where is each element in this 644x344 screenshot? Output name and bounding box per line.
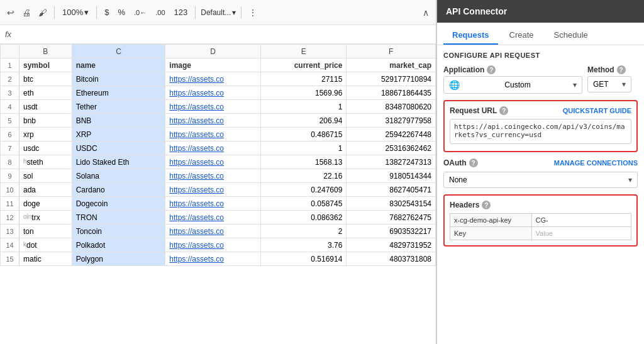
- zoom-selector[interactable]: 100% ▾: [60, 6, 91, 18]
- cell-b5[interactable]: bnb: [19, 114, 72, 128]
- request-url-help-icon[interactable]: ?: [499, 106, 508, 115]
- cell-b9[interactable]: sol: [19, 169, 72, 183]
- cell-f8[interactable]: 13827247313: [347, 155, 436, 169]
- format-currency-btn[interactable]: $: [102, 6, 111, 18]
- cell-d13[interactable]: https://assets.co: [165, 225, 261, 238]
- cell-c6[interactable]: XRP: [72, 128, 165, 141]
- method-select[interactable]: GET ▾: [587, 76, 631, 92]
- cell-e15[interactable]: 0.516914: [260, 252, 346, 266]
- cell-b1[interactable]: symbol: [19, 58, 72, 72]
- cell-c11[interactable]: Dogecoin: [72, 197, 165, 211]
- format-dec-left-btn[interactable]: .0←: [131, 8, 149, 18]
- cell-d5[interactable]: https://assets.co: [165, 114, 261, 128]
- cell-f14[interactable]: 4829731952: [347, 238, 436, 252]
- oauth-help-icon[interactable]: ?: [469, 158, 478, 167]
- cell-d11[interactable]: https://assets.co: [165, 197, 261, 211]
- col-c-header[interactable]: C: [72, 45, 165, 58]
- format-123-btn[interactable]: 123: [172, 6, 191, 18]
- cell-c13[interactable]: Toncoin: [72, 225, 165, 238]
- tab-create[interactable]: Create: [501, 26, 543, 45]
- undo-icon[interactable]: ↩: [5, 6, 16, 19]
- cell-b15[interactable]: matic: [19, 252, 72, 266]
- cell-d14[interactable]: https://assets.co: [165, 238, 261, 252]
- header-key-0[interactable]: x-cg-demo-api-key: [450, 214, 532, 227]
- col-e-header[interactable]: E: [260, 45, 346, 58]
- cell-b10[interactable]: ada: [19, 183, 72, 197]
- cell-d6[interactable]: https://assets.co: [165, 128, 261, 141]
- cell-e4[interactable]: 1: [260, 100, 346, 114]
- cell-b3[interactable]: eth: [19, 86, 72, 100]
- cell-e9[interactable]: 22.16: [260, 169, 346, 183]
- format-dec-right-btn[interactable]: .00: [153, 8, 167, 18]
- cell-d1[interactable]: image: [165, 58, 261, 72]
- cell-b8[interactable]: hsteth: [19, 155, 72, 169]
- manage-connections-link[interactable]: MANAGE CONNECTIONS: [554, 159, 638, 167]
- cell-d4[interactable]: https://assets.co: [165, 100, 261, 114]
- cell-f12[interactable]: 7682762475: [347, 211, 436, 225]
- oauth-select[interactable]: None ▾: [443, 172, 638, 188]
- header-key-1[interactable]: Key: [450, 227, 532, 240]
- font-selector[interactable]: Default... ▾: [201, 8, 236, 17]
- cell-e13[interactable]: 2: [260, 225, 346, 238]
- cell-b4[interactable]: usdt: [19, 100, 72, 114]
- cell-b13[interactable]: ton: [19, 225, 72, 238]
- header-value-1[interactable]: Value: [531, 227, 631, 240]
- col-d-header[interactable]: D: [165, 45, 261, 58]
- cell-c5[interactable]: BNB: [72, 114, 165, 128]
- tab-schedule[interactable]: Schedule: [545, 26, 597, 45]
- cell-b14[interactable]: kdot: [19, 238, 72, 252]
- cell-c10[interactable]: Cardano: [72, 183, 165, 197]
- header-value-0[interactable]: CG-: [531, 214, 631, 227]
- cell-d12[interactable]: https://assets.co: [165, 211, 261, 225]
- cell-f6[interactable]: 25942267448: [347, 128, 436, 141]
- cell-d2[interactable]: https://assets.co: [165, 72, 261, 86]
- cell-c12[interactable]: TRON: [72, 211, 165, 225]
- cell-e14[interactable]: 3.76: [260, 238, 346, 252]
- cell-c1[interactable]: name: [72, 58, 165, 72]
- format-percent-btn[interactable]: %: [115, 6, 128, 18]
- cell-b7[interactable]: usdc: [19, 141, 72, 155]
- cell-c15[interactable]: Polygon: [72, 252, 165, 266]
- cell-f7[interactable]: 25316362462: [347, 141, 436, 155]
- cell-f15[interactable]: 4803731808: [347, 252, 436, 266]
- cell-c3[interactable]: Ethereum: [72, 86, 165, 100]
- cell-f5[interactable]: 31827977958: [347, 114, 436, 128]
- cell-c4[interactable]: Tether: [72, 100, 165, 114]
- cell-d15[interactable]: https://assets.co: [165, 252, 261, 266]
- cell-c8[interactable]: Lido Staked Eth: [72, 155, 165, 169]
- paint-format-icon[interactable]: 🖌: [36, 6, 49, 19]
- cell-f1[interactable]: market_cap: [347, 58, 436, 72]
- cell-c2[interactable]: Bitcoin: [72, 72, 165, 86]
- cell-d10[interactable]: https://assets.co: [165, 183, 261, 197]
- cell-f4[interactable]: 83487080620: [347, 100, 436, 114]
- cell-e7[interactable]: 1: [260, 141, 346, 155]
- cell-e8[interactable]: 1568.13: [260, 155, 346, 169]
- cell-f2[interactable]: 529177710894: [347, 72, 436, 86]
- cell-b11[interactable]: doge: [19, 197, 72, 211]
- application-select[interactable]: 🌐 Custom ▾: [443, 76, 582, 94]
- print-icon[interactable]: 🖨: [20, 6, 33, 19]
- collapse-icon[interactable]: ∧: [421, 6, 431, 19]
- cell-f10[interactable]: 8627405471: [347, 183, 436, 197]
- cell-b6[interactable]: xrp: [19, 128, 72, 141]
- cell-e3[interactable]: 1569.96: [260, 86, 346, 100]
- headers-help-icon[interactable]: ?: [482, 201, 491, 209]
- cell-f11[interactable]: 8302543154: [347, 197, 436, 211]
- cell-e2[interactable]: 27115: [260, 72, 346, 86]
- request-url-input[interactable]: [450, 119, 631, 144]
- col-f-header[interactable]: F: [347, 45, 436, 58]
- cell-e12[interactable]: 0.086362: [260, 211, 346, 225]
- cell-f9[interactable]: 9180514344: [347, 169, 436, 183]
- cell-d7[interactable]: https://assets.co: [165, 141, 261, 155]
- tab-requests[interactable]: Requests: [443, 26, 498, 45]
- cell-c9[interactable]: Solana: [72, 169, 165, 183]
- cell-e6[interactable]: 0.486715: [260, 128, 346, 141]
- cell-c7[interactable]: USDC: [72, 141, 165, 155]
- cell-e11[interactable]: 0.058745: [260, 197, 346, 211]
- cell-f3[interactable]: 188671864435: [347, 86, 436, 100]
- cell-e10[interactable]: 0.247609: [260, 183, 346, 197]
- more-options-icon[interactable]: ⋮: [247, 6, 259, 19]
- cell-e1[interactable]: current_price: [260, 58, 346, 72]
- cell-d9[interactable]: https://assets.co: [165, 169, 261, 183]
- application-help-icon[interactable]: ?: [487, 65, 496, 74]
